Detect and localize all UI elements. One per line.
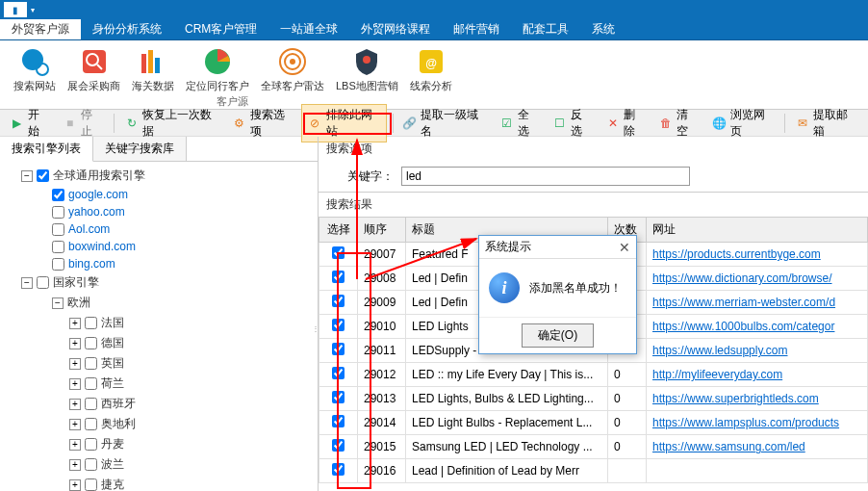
row-checkbox[interactable]	[332, 415, 345, 427]
ribbon-exhibition[interactable]: 展会采购商	[62, 44, 126, 95]
expand-icon[interactable]: +	[69, 399, 81, 410]
checkbox[interactable]	[85, 398, 97, 410]
collapse-icon[interactable]: −	[21, 277, 33, 289]
table-row[interactable]: 29013 LED Lights, Bulbs & LED Lighting..…	[319, 387, 868, 411]
clear-button[interactable]: 🗑清空	[652, 105, 703, 142]
result-url-link[interactable]: https://www.dictionary.com/browse/	[652, 271, 832, 285]
browse-button[interactable]: 🌐浏览网页	[706, 105, 779, 142]
search-options-button[interactable]: ⚙搜索选项	[226, 105, 299, 142]
checkbox[interactable]	[52, 223, 64, 236]
delete-button[interactable]: ✕删除	[600, 105, 651, 142]
result-url-link[interactable]: https://www.superbrightleds.com	[652, 392, 819, 405]
ribbon-radar[interactable]: 全球客户雷达	[255, 44, 330, 95]
tree-node-engine[interactable]: google.com	[4, 186, 314, 203]
result-url-link[interactable]: https://www.lampsplus.com/products	[652, 416, 839, 429]
ribbon-customs[interactable]: 海关数据	[126, 44, 180, 95]
tree-node-engine[interactable]: Aol.com	[4, 220, 314, 238]
menu-mail[interactable]: 邮件营销	[442, 19, 511, 39]
checkbox[interactable]	[85, 377, 97, 390]
checkbox[interactable]	[85, 337, 97, 349]
col-select[interactable]: 选择	[319, 218, 358, 243]
checkbox[interactable]	[52, 189, 64, 201]
ribbon-competitor[interactable]: 定位同行客户	[180, 44, 255, 95]
row-checkbox[interactable]	[332, 271, 345, 283]
extract-mail-button[interactable]: ✉提取邮箱	[789, 105, 862, 142]
checkbox[interactable]	[52, 258, 64, 271]
collapse-icon[interactable]: −	[52, 297, 64, 309]
checkbox[interactable]	[85, 357, 97, 370]
tree-node-country[interactable]: − 国家引擎	[4, 272, 314, 293]
row-checkbox[interactable]	[332, 391, 345, 403]
tree-node-country-item[interactable]: +捷克	[4, 475, 314, 491]
close-icon[interactable]: ✕	[619, 240, 630, 255]
tree-node-europe[interactable]: − 欧洲	[4, 293, 314, 313]
table-row[interactable]: 29012 LED :: my Life Every Day | This is…	[319, 363, 868, 387]
tree-node-country-item[interactable]: +奥地利	[4, 414, 314, 434]
invert-button[interactable]: ☐反选	[547, 105, 598, 142]
tree-node-engine[interactable]: boxwind.com	[4, 238, 314, 255]
menu-tools[interactable]: 配套工具	[511, 19, 580, 39]
checkbox[interactable]	[85, 478, 97, 491]
ribbon-lbs[interactable]: LBS地图营销	[330, 44, 404, 95]
ribbon-lead[interactable]: @ 线索分析	[404, 44, 458, 95]
table-row[interactable]: 29015 Samsung LED | LED Technology ... 0…	[319, 435, 868, 459]
tree-node-global[interactable]: − 全球通用搜索引擎	[4, 166, 314, 186]
checkbox[interactable]	[52, 206, 64, 219]
ok-button[interactable]: 确定(O)	[522, 323, 594, 348]
start-button[interactable]: ▶开始	[4, 105, 55, 142]
row-checkbox[interactable]	[332, 246, 345, 259]
checkbox[interactable]	[85, 438, 97, 451]
col-order[interactable]: 顺序	[358, 218, 406, 243]
tree-node-country-item[interactable]: +丹麦	[4, 434, 314, 454]
tree-node-engine[interactable]: yahoo.com	[4, 203, 314, 220]
tree-node-country-item[interactable]: +德国	[4, 333, 314, 353]
collapse-icon[interactable]: −	[21, 170, 33, 182]
restore-button[interactable]: ↻恢复上一次数据	[118, 105, 223, 142]
expand-icon[interactable]: +	[69, 318, 81, 329]
menu-global[interactable]: 一站通全球	[268, 19, 349, 39]
titlebar-dropdown-icon[interactable]: ▾	[31, 6, 35, 14]
result-url-link[interactable]: http://mylifeeveryday.com	[652, 368, 782, 381]
select-all-button[interactable]: ☑全选	[494, 105, 545, 142]
stop-button[interactable]: ■停止	[57, 105, 108, 142]
table-row[interactable]: 29014 LED Light Bulbs - Replacement L...…	[319, 411, 868, 435]
tree-node-engine[interactable]: bing.com	[4, 255, 314, 272]
checkbox[interactable]	[85, 317, 97, 329]
expand-icon[interactable]: +	[69, 479, 81, 491]
expand-icon[interactable]: +	[69, 358, 81, 370]
checkbox[interactable]	[85, 418, 97, 430]
row-checkbox[interactable]	[332, 439, 345, 452]
row-checkbox[interactable]	[332, 367, 345, 379]
menu-customer-source[interactable]: 外贸客户源	[0, 19, 81, 39]
table-row[interactable]: 29016 Lead | Definition of Lead by Merr	[319, 459, 868, 483]
checkbox[interactable]	[37, 169, 49, 182]
row-checkbox[interactable]	[332, 463, 345, 476]
checkbox[interactable]	[52, 241, 64, 253]
expand-icon[interactable]: +	[69, 459, 81, 471]
tree-node-country-item[interactable]: +波兰	[4, 454, 314, 475]
col-url[interactable]: 网址	[647, 218, 868, 243]
menu-crm[interactable]: CRM客户管理	[173, 19, 268, 39]
tree-node-country-item[interactable]: +英国	[4, 353, 314, 374]
ribbon-search-site[interactable]: 搜索网站	[8, 44, 62, 95]
result-url-link[interactable]: https://www.ledsupply.com	[652, 344, 788, 357]
tree-node-country-item[interactable]: +法国	[4, 313, 314, 333]
tree-node-country-item[interactable]: +西班牙	[4, 394, 314, 414]
menu-identity[interactable]: 身份分析系统	[81, 19, 173, 39]
expand-icon[interactable]: +	[69, 378, 81, 390]
result-url-link[interactable]: https://products.currentbyge.com	[652, 247, 821, 261]
result-url-link[interactable]: https://www.1000bulbs.com/categor	[652, 320, 834, 333]
result-url-link[interactable]: https://www.merriam-webster.com/d	[652, 296, 835, 309]
expand-icon[interactable]: +	[69, 439, 81, 451]
expand-icon[interactable]: +	[69, 338, 81, 349]
extract-domain-button[interactable]: 🔗提取一级域名	[396, 105, 491, 142]
tree-node-country-item[interactable]: +荷兰	[4, 374, 314, 394]
row-checkbox[interactable]	[332, 319, 345, 331]
menu-courses[interactable]: 外贸网络课程	[349, 19, 442, 39]
keyword-input[interactable]	[401, 167, 690, 186]
menu-system[interactable]: 系统	[580, 19, 626, 39]
expand-icon[interactable]: +	[69, 419, 81, 430]
row-checkbox[interactable]	[332, 343, 345, 355]
row-checkbox[interactable]	[332, 295, 345, 307]
checkbox[interactable]	[37, 276, 49, 289]
